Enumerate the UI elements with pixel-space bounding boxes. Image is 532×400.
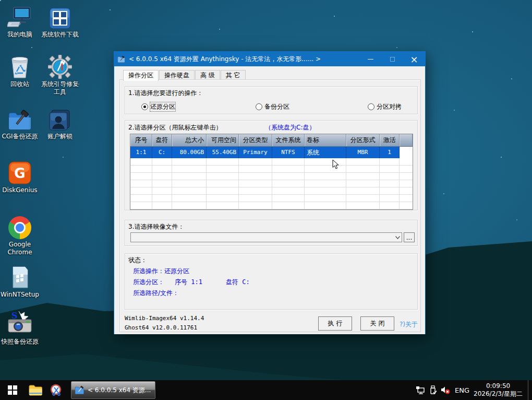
taskbar-app-button[interactable]: < 6.0.0.5 x64 资源... — [71, 381, 155, 399]
start-button[interactable] — [0, 380, 25, 400]
desktop-icon-label: 系统软件下载 — [39, 31, 81, 39]
file-explorer-button[interactable] — [25, 380, 46, 400]
col-index[interactable]: 序号 — [130, 134, 152, 146]
taskbar-clock[interactable]: 0:09:50 2026/2/3/星期二 — [474, 382, 523, 398]
status-partition-drive: 盘符 C: — [226, 278, 250, 287]
gear-wrench-icon — [39, 55, 81, 79]
clock-time: 0:09:50 — [474, 382, 523, 390]
desktop-icon-diskgenius[interactable]: G DiskGenius — [0, 161, 41, 194]
desktop-icon-label: WinNTSetup — [0, 291, 41, 299]
desktop-icon-account-unlock[interactable]: 账户解锁 — [39, 107, 81, 140]
app-window: < 6.0.0.5 x64 资源外置 Anythingsky - 法无常法，水无… — [114, 51, 426, 334]
execute-button[interactable]: 执 行 — [318, 316, 352, 331]
partition-row-selected[interactable]: 1:1 C: 80.00GB 55.40GB Primary NTFS 系统 M… — [130, 147, 413, 158]
ghost-version: Ghost64 v12.0.0.11761 — [125, 324, 197, 331]
image-file-combobox[interactable] — [130, 232, 402, 242]
radio-copy-partition[interactable]: 分区对拷 — [368, 102, 402, 111]
language-indicator[interactable]: ENG — [455, 386, 469, 394]
col-file-system[interactable]: 文件系统 — [272, 134, 305, 146]
camera-icon: S — [0, 312, 41, 336]
wimlib-version: Wimlib-Imagex64 v1.14.4 — [125, 315, 204, 322]
desktop-icon-boot-repair-tool[interactable]: 系统引导修复 工具 — [39, 55, 81, 96]
browse-button[interactable]: ... — [404, 232, 415, 242]
mouse-cursor — [332, 159, 341, 172]
desktop-icon-label: 快照备份还原 — [0, 338, 41, 346]
system-tray: ENG 0:09:50 2026/2/3/星期二 — [414, 380, 532, 400]
table-empty-area[interactable] — [130, 158, 413, 210]
col-total-size[interactable]: 总大小 — [172, 134, 207, 146]
maximize-button[interactable] — [381, 52, 403, 66]
status-path-label: 所选路径/文件： — [133, 289, 179, 298]
recycle-bin-icon — [0, 55, 41, 79]
close-button[interactable]: × — [403, 52, 425, 66]
tab-operate-disk[interactable]: 操作硬盘 — [159, 70, 195, 80]
capture-tool-button[interactable] — [46, 380, 67, 400]
desktop-icon-label-line2: Chrome — [0, 249, 41, 256]
radio-selected-icon — [141, 103, 148, 110]
desktop-icon-label: DiskGenius — [0, 186, 41, 194]
desktop-icon-label: Google — [0, 241, 41, 249]
radio-unselected-icon — [256, 103, 262, 110]
chevron-down-icon[interactable] — [393, 233, 402, 242]
folder-hammer-icon — [0, 107, 41, 131]
radio-restore-partition[interactable]: 还原分区 — [141, 102, 175, 111]
operation-label: 1.请选择您要进行的操作： — [128, 89, 203, 98]
taskbar: < 6.0.0.5 x64 资源... — [0, 380, 532, 400]
app-grid-icon — [39, 5, 81, 29]
desktop-icon-my-computer[interactable]: 我的电脑 — [0, 5, 41, 39]
image-file-label: 3.请选择映像文件： — [128, 222, 184, 231]
desktop-icon-label: CGI备份还原 — [0, 133, 41, 140]
usb-icon[interactable] — [427, 385, 439, 395]
taskbar-app-label: < 6.0.0.5 x64 资源... — [88, 386, 151, 395]
windows-logo-icon — [8, 385, 17, 395]
partition-table[interactable]: 序号 盘符 总大小 可用空间 分区类型 文件系统 卷标 分区形式 激活 — [130, 134, 413, 210]
network-icon[interactable] — [414, 386, 427, 394]
desktop-icon-label: 系统引导修复 — [39, 80, 81, 88]
radio-backup-partition[interactable]: 备份分区 — [256, 102, 289, 111]
status-groupbox: 状态： 所选操作：还原分区 所选分区： 序号 1:1 盘符 C: 所选路径/文件… — [125, 253, 418, 310]
desktop-icon-cgi-backup[interactable]: CGI备份还原 — [0, 107, 41, 140]
user-icon — [39, 107, 81, 131]
screen: 我的电脑 系统软件下载 — [0, 0, 532, 400]
svg-text:S: S — [11, 311, 18, 321]
scissors-icon — [50, 384, 63, 396]
col-active[interactable]: 激活 — [380, 134, 400, 146]
app-window-icon — [117, 55, 126, 63]
partition-label: 2.请选择分区（用鼠标左键单击） — [128, 123, 222, 132]
desktop-icon-system-software-download[interactable]: 系统软件下载 — [39, 5, 81, 39]
col-filler — [400, 134, 413, 146]
col-partition-type[interactable]: 分区类型 — [239, 134, 272, 146]
partition-table-header: 序号 盘符 总大小 可用空间 分区类型 文件系统 卷标 分区形式 激活 — [130, 134, 413, 147]
chrome-icon — [0, 215, 41, 239]
window-client-area: 操作分区 操作硬盘 高 级 其 它 1.请选择您要进行的操作： 还原分区 备份分… — [114, 66, 425, 334]
minimize-button[interactable] — [359, 52, 381, 66]
close-dialog-button[interactable]: 关 闭 — [360, 316, 394, 331]
col-drive-letter[interactable]: 盘符 — [152, 134, 172, 146]
clock-date: 2026/2/3/星期二 — [474, 390, 523, 398]
radio-unselected-icon — [368, 103, 374, 110]
volume-muted-icon[interactable] — [439, 385, 452, 395]
app-task-icon — [75, 385, 85, 395]
desktop-icon-winntsetup[interactable]: WinNTSetup — [0, 265, 41, 299]
desktop-icon-label: 我的电脑 — [0, 31, 41, 39]
desktop-icon-google-chrome[interactable]: Google Chrome — [0, 215, 41, 256]
desktop-icon-snapshot-backup[interactable]: S 快照备份还原 — [0, 312, 41, 346]
diskgenius-icon: G — [0, 161, 41, 185]
system-drive-hint: （系统盘为C:盘） — [265, 123, 315, 132]
window-title: < 6.0.0.5 x64 资源外置 Anythingsky - 法无常法，水无… — [129, 55, 321, 64]
tab-other[interactable]: 其 它 — [221, 70, 246, 80]
about-link[interactable]: ?)关于 — [400, 320, 418, 329]
show-desktop-button[interactable] — [528, 380, 532, 400]
status-partition-label: 所选分区： — [133, 278, 164, 287]
partition-groupbox: 2.请选择分区（用鼠标左键单击） （系统盘为C:盘） 序号 盘符 总大小 可用空… — [125, 120, 418, 210]
col-free-space[interactable]: 可用空间 — [207, 134, 239, 146]
col-partition-style[interactable]: 分区形式 — [346, 134, 380, 146]
stars-decoration — [0, 0, 1, 1]
titlebar[interactable]: < 6.0.0.5 x64 资源外置 Anythingsky - 法无常法，水无… — [114, 52, 425, 66]
tab-operate-partition[interactable]: 操作分区 — [123, 70, 159, 81]
tab-advanced[interactable]: 高 级 — [195, 70, 220, 80]
desktop-icon-recycle-bin[interactable]: 回收站 — [0, 55, 41, 88]
col-volume-label[interactable]: 卷标 — [305, 134, 346, 146]
status-title: 状态： — [128, 256, 147, 265]
winntsetup-icon — [0, 265, 41, 289]
